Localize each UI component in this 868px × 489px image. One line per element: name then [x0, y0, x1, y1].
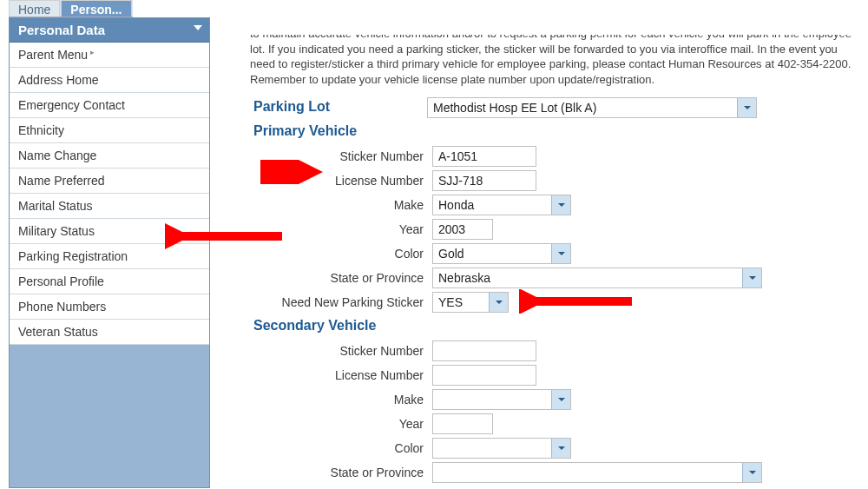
label-primary-make: Make	[245, 198, 432, 212]
select-primary-color-value: Gold	[438, 247, 470, 261]
label-primary-sticker-number: Sticker Number	[245, 149, 432, 163]
sidebar-item-name-change[interactable]: Name Change	[10, 143, 209, 169]
sidebar-item-address-home[interactable]: Address Home	[10, 68, 209, 93]
select-primary-state[interactable]: Nebraska	[432, 268, 762, 288]
select-parking-lot-value: Methodist Hosp EE Lot (Blk A)	[433, 101, 602, 115]
sidebar-item-name-preferred[interactable]: Name Preferred	[10, 169, 209, 194]
tab-person-label: Person...	[70, 3, 122, 17]
sidebar-item-marital-status[interactable]: Marital Status	[10, 194, 209, 219]
select-primary-need-sticker-value: YES	[438, 295, 468, 309]
select-secondary-state[interactable]	[432, 462, 762, 483]
content: to maintain accurate vehicle information…	[245, 35, 857, 486]
input-secondary-year[interactable]	[432, 413, 493, 434]
tab-person[interactable]: Person...	[61, 0, 131, 17]
heading-primary-vehicle: Primary Vehicle	[245, 122, 357, 142]
input-primary-license-number[interactable]	[432, 170, 536, 191]
select-primary-state-value: Nebraska	[438, 271, 496, 285]
chevron-down-icon	[737, 98, 756, 117]
sidebar-item-parking-registration[interactable]: Parking Registration	[10, 244, 209, 269]
select-primary-need-sticker[interactable]: YES	[432, 292, 509, 313]
input-primary-sticker-number[interactable]	[432, 146, 536, 167]
label-primary-license-number: License Number	[245, 174, 432, 188]
chevron-down-icon	[551, 390, 570, 409]
label-secondary-state: State or Province	[245, 466, 432, 479]
label-primary-year: Year	[245, 222, 432, 236]
select-secondary-make[interactable]	[432, 389, 571, 410]
sidebar-item-personal-profile[interactable]: Personal Profile	[10, 269, 209, 294]
sidebar-item-emergency-contact[interactable]: Emergency Contact	[10, 93, 209, 118]
sidebar-item-ethnicity[interactable]: Ethnicity	[10, 118, 209, 143]
sidebar-header[interactable]: Personal Data	[10, 18, 209, 43]
label-secondary-year: Year	[245, 417, 432, 431]
chevron-down-icon	[742, 463, 761, 482]
sidebar-item-veteran-status[interactable]: Veteran Status	[10, 320, 209, 345]
select-primary-make-value: Honda	[438, 198, 479, 212]
sidebar-item-military-status[interactable]: Military Status	[10, 219, 209, 244]
heading-secondary-vehicle: Secondary Vehicle	[245, 316, 376, 337]
label-primary-color: Color	[245, 247, 432, 261]
sidebar-menu: Parent Menu Address Home Emergency Conta…	[10, 43, 209, 345]
select-parking-lot[interactable]: Methodist Hosp EE Lot (Blk A)	[427, 97, 757, 118]
sidebar-header-label: Personal Data	[18, 23, 105, 37]
chevron-down-icon	[551, 244, 570, 263]
label-secondary-color: Color	[245, 441, 432, 455]
input-primary-year[interactable]	[432, 219, 493, 240]
label-secondary-make: Make	[245, 393, 432, 406]
input-secondary-license-number[interactable]	[432, 365, 536, 386]
sidebar-item-parent-menu[interactable]: Parent Menu	[10, 43, 209, 68]
tab-home-label: Home	[18, 3, 50, 17]
chevron-down-icon	[551, 195, 570, 215]
intro-text: to maintain accurate vehicle information…	[245, 35, 857, 94]
select-primary-make[interactable]: Honda	[432, 195, 571, 215]
chevron-down-icon	[742, 268, 761, 287]
tab-home[interactable]: Home	[9, 0, 60, 17]
label-secondary-license-number: License Number	[245, 368, 432, 382]
chevron-down-icon	[489, 293, 508, 312]
select-secondary-color[interactable]	[432, 438, 571, 459]
select-primary-color[interactable]: Gold	[432, 243, 571, 264]
input-secondary-sticker-number[interactable]	[432, 340, 536, 361]
chevron-down-icon	[551, 439, 570, 458]
label-parking-lot: Parking Lot	[245, 97, 427, 118]
label-primary-state: State or Province	[245, 271, 432, 285]
sidebar-item-phone-numbers[interactable]: Phone Numbers	[10, 294, 209, 320]
top-tabs: Home Person...	[9, 0, 133, 17]
label-secondary-sticker-number: Sticker Number	[245, 344, 432, 358]
sidebar: Personal Data Parent Menu Address Home E…	[9, 17, 210, 488]
label-primary-need-sticker: Need New Parking Sticker	[245, 295, 432, 309]
